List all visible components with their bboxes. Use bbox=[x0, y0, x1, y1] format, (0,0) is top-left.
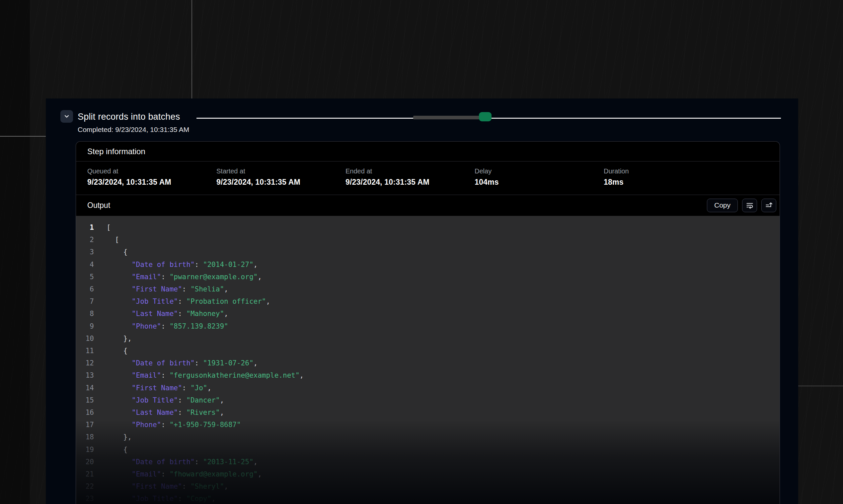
code-token-p bbox=[106, 421, 132, 429]
line-number: 21 bbox=[76, 468, 94, 481]
line-number: 2 bbox=[76, 234, 94, 246]
code-token-p bbox=[106, 273, 132, 281]
step-info-field: Queued at9/23/2024, 10:31:35 AM bbox=[87, 167, 217, 195]
code-token-p: : bbox=[161, 371, 169, 379]
code-token-p: [ bbox=[106, 223, 111, 231]
code-token-p: : bbox=[178, 409, 186, 416]
code-token-p: , bbox=[266, 298, 270, 305]
code-token-k: "Phone" bbox=[132, 322, 161, 330]
code-line: 7 "Job Title": "Probation officer", bbox=[76, 295, 780, 308]
code-line: 9 "Phone": "857.139.8239" bbox=[76, 320, 780, 332]
code-token-k: "Last Name" bbox=[132, 409, 178, 416]
code-token-p: [ bbox=[106, 236, 119, 244]
code-token-k: "Email" bbox=[132, 470, 161, 478]
code-token-p: { bbox=[106, 347, 127, 355]
code-token-s: "Mahoney" bbox=[186, 310, 224, 318]
code-token-p bbox=[106, 359, 132, 367]
line-number: 6 bbox=[76, 283, 94, 295]
code-token-p: , bbox=[300, 371, 304, 379]
line-number: 10 bbox=[76, 332, 94, 345]
code-token-k: "Job Title" bbox=[132, 495, 178, 503]
code-token-p: , bbox=[258, 273, 262, 281]
code-line: 1[ bbox=[76, 221, 780, 234]
line-content: "Phone": "857.139.8239" bbox=[106, 320, 228, 332]
code-token-p bbox=[106, 495, 132, 503]
line-number: 9 bbox=[76, 320, 94, 332]
step-info-field: Ended at9/23/2024, 10:31:35 AM bbox=[345, 167, 475, 195]
output-code-viewer[interactable]: 1[2 [3 {4 "Date of birth": "2014-01-27",… bbox=[76, 216, 780, 504]
timeline-position-marker[interactable] bbox=[479, 112, 492, 121]
step-info-header: Step information bbox=[76, 142, 780, 161]
field-label: Delay bbox=[475, 167, 604, 175]
code-token-p bbox=[106, 409, 132, 416]
line-number: 11 bbox=[76, 345, 94, 357]
scroll-to-top-button[interactable] bbox=[761, 199, 776, 212]
line-content: "Job Title": "Probation officer", bbox=[106, 295, 270, 308]
code-token-p bbox=[106, 260, 132, 269]
line-number: 17 bbox=[76, 419, 94, 431]
line-number: 20 bbox=[76, 456, 94, 468]
line-number: 12 bbox=[76, 357, 94, 370]
line-content: "Email": "pwarner@example.org", bbox=[106, 271, 262, 283]
code-token-k: "Last Name" bbox=[132, 310, 178, 318]
line-number: 14 bbox=[76, 382, 94, 394]
line-content: "First Name": "Jo", bbox=[106, 382, 211, 394]
step-completed-status: Completed: 9/23/2024, 10:31:35 AM bbox=[78, 126, 189, 133]
field-label: Started at bbox=[217, 167, 345, 175]
code-token-s: "2014-01-27" bbox=[203, 260, 254, 269]
wrap-lines-button[interactable] bbox=[742, 199, 757, 212]
line-number: 5 bbox=[76, 271, 94, 283]
code-token-s: "+1-950-759-8687" bbox=[170, 421, 241, 429]
line-content: { bbox=[106, 345, 127, 357]
collapse-step-button[interactable] bbox=[61, 110, 73, 123]
background-horizontal-line-left bbox=[0, 136, 47, 137]
code-token-k: "Date of birth" bbox=[132, 458, 195, 466]
line-content: "Job Title": "Copy", bbox=[106, 493, 216, 504]
code-token-s: "Sheryl" bbox=[190, 483, 224, 490]
step-info-card: Step information Queued at9/23/2024, 10:… bbox=[76, 141, 780, 504]
code-token-p: : bbox=[195, 458, 203, 466]
code-token-p: , bbox=[254, 458, 258, 466]
code-token-p bbox=[106, 322, 132, 330]
field-value: 104ms bbox=[475, 178, 604, 187]
code-token-s: "Shelia" bbox=[190, 285, 224, 293]
line-content: "Last Name": "Rivers", bbox=[106, 407, 224, 419]
code-token-p bbox=[106, 458, 132, 466]
code-token-k: "Email" bbox=[132, 371, 161, 379]
code-line: 12 "Date of birth": "1931-07-26", bbox=[76, 357, 780, 370]
code-token-p: : bbox=[195, 359, 203, 367]
code-token-p: , bbox=[224, 483, 228, 490]
step-title: Split records into batches bbox=[78, 112, 180, 122]
code-token-p: }, bbox=[106, 335, 132, 343]
step-info-field: Delay104ms bbox=[475, 167, 604, 195]
code-token-p: : bbox=[178, 396, 186, 404]
line-number: 7 bbox=[76, 295, 94, 308]
background-dark-column bbox=[0, 0, 30, 504]
code-token-s: "2013-11-25" bbox=[203, 458, 254, 466]
line-content: { bbox=[106, 444, 127, 456]
code-token-p: : bbox=[161, 421, 169, 429]
code-line: 8 "Last Name": "Mahoney", bbox=[76, 308, 780, 320]
code-token-p: , bbox=[224, 310, 228, 318]
line-number: 15 bbox=[76, 394, 94, 407]
code-lines: 1[2 [3 {4 "Date of birth": "2014-01-27",… bbox=[76, 221, 780, 504]
field-label: Queued at bbox=[87, 167, 217, 175]
code-token-p: { bbox=[106, 446, 127, 454]
line-content: "Last Name": "Mahoney", bbox=[106, 308, 228, 320]
line-content: "Email": "fergusonkatherine@example.net"… bbox=[106, 370, 304, 382]
code-token-p: { bbox=[106, 248, 127, 256]
field-label: Duration bbox=[604, 167, 733, 175]
code-token-p: : bbox=[178, 495, 186, 503]
code-line: 4 "Date of birth": "2014-01-27", bbox=[76, 259, 780, 271]
code-token-k: "Date of birth" bbox=[132, 359, 195, 367]
line-number: 4 bbox=[76, 259, 94, 271]
code-line: 15 "Job Title": "Dancer", bbox=[76, 394, 780, 407]
code-token-p bbox=[106, 470, 132, 478]
code-token-s: "Probation officer" bbox=[186, 298, 266, 305]
line-number: 16 bbox=[76, 407, 94, 419]
line-content: "Job Title": "Dancer", bbox=[106, 394, 224, 407]
code-line: 17 "Phone": "+1-950-759-8687" bbox=[76, 419, 780, 431]
code-line: 13 "Email": "fergusonkatherine@example.n… bbox=[76, 370, 780, 382]
code-token-p: : bbox=[195, 260, 203, 269]
copy-button[interactable]: Copy bbox=[707, 199, 738, 212]
